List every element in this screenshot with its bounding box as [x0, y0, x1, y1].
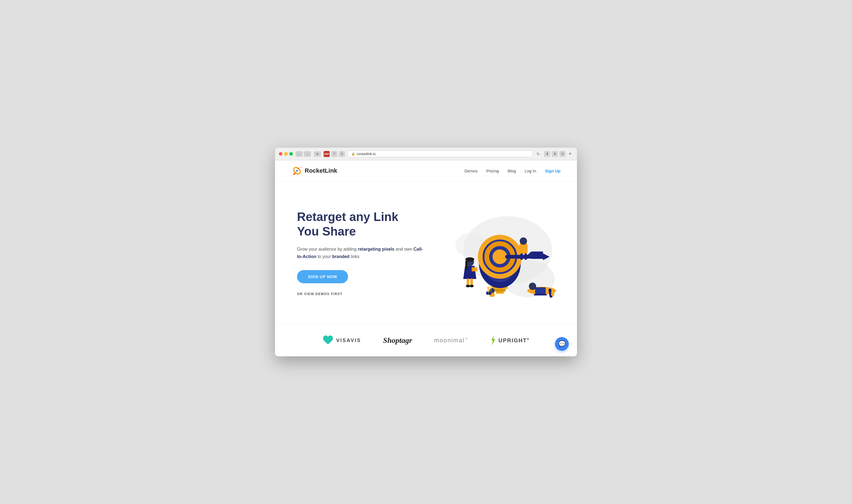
shield-icon[interactable]: 🛡 [331, 151, 337, 157]
browser-chrome: ‹ › ⊞ ABP 🛡 G 🔒 rocketlink.io ↻ ⬇ ⬆ ⊡ + [275, 148, 577, 160]
svg-rect-33 [472, 267, 475, 271]
nav-blog[interactable]: Blog [508, 168, 516, 173]
nav-signup[interactable]: Sign Up [545, 168, 561, 173]
svg-rect-23 [519, 246, 528, 254]
hero-title-line2: You Share [297, 224, 356, 238]
upright-bolt-icon [490, 336, 496, 345]
subtitle-bold1: retargeting pixels [358, 247, 394, 251]
svg-marker-4 [300, 166, 302, 168]
hero-subtitle: Grow your audience by adding retargeting… [297, 246, 423, 260]
hero-illustration [429, 198, 561, 308]
svg-rect-26 [525, 253, 527, 260]
moonimal-text: moonimal™ [434, 337, 468, 344]
subtitle-bold3: branded [332, 254, 349, 259]
new-tab-icon[interactable]: + [567, 151, 573, 157]
view-demos-link[interactable]: OR VIEW DEMOS FIRST [297, 292, 423, 296]
sidebar-icon[interactable]: ⊞ [314, 151, 321, 157]
site-nav: Demos Pricing Blog Log In Sign Up [465, 168, 561, 173]
back-button[interactable]: ‹ [296, 151, 303, 157]
svg-rect-35 [470, 278, 473, 286]
moonimal-logo: moonimal™ [434, 337, 468, 344]
hero-title-line1: Retarget any Link [297, 210, 398, 223]
subtitle-pre: Grow your audience by adding [297, 247, 358, 251]
svg-point-36 [466, 285, 470, 287]
download-icon[interactable]: ⬇ [544, 151, 550, 157]
browser-extensions: ABP 🛡 G [324, 151, 345, 157]
svg-point-44 [529, 283, 536, 290]
browser-right-icons: ⬇ ⬆ ⊡ + [544, 151, 573, 157]
visavis-text: VISAVIS [336, 338, 361, 343]
visavis-heart-icon [323, 336, 333, 345]
svg-rect-11 [494, 289, 506, 291]
svg-marker-50 [491, 336, 495, 345]
subtitle-end: links [349, 254, 359, 259]
svg-point-17 [492, 250, 507, 264]
logo-text: RocketLink [305, 167, 337, 174]
nav-login[interactable]: Log In [525, 168, 536, 173]
nav-demos[interactable]: Demos [465, 168, 477, 173]
hero-title: Retarget any Link You Share [297, 210, 423, 239]
browser-window: ‹ › ⊞ ABP 🛡 G 🔒 rocketlink.io ↻ ⬇ ⬆ ⊡ + [275, 148, 577, 356]
svg-rect-46 [536, 288, 545, 294]
upright-text: UPRIGHT® [498, 337, 529, 344]
chat-icon: 💬 [558, 340, 566, 347]
minimize-button[interactable] [284, 152, 288, 156]
lock-icon: 🔒 [351, 152, 355, 156]
svg-rect-25 [520, 253, 523, 260]
upright-logo: UPRIGHT® [490, 336, 529, 345]
svg-rect-31 [465, 261, 468, 270]
nav-pricing[interactable]: Pricing [486, 168, 499, 173]
visavis-logo: VISAVIS [323, 336, 361, 345]
nav-buttons: ‹ › [296, 151, 311, 157]
svg-rect-40 [486, 291, 492, 294]
hero-svg-illustration [429, 198, 561, 308]
share-icon[interactable]: ⬆ [552, 151, 558, 157]
rocket-icon [291, 165, 303, 176]
svg-rect-34 [467, 278, 469, 286]
shoptagr-logo: Shoptagr [383, 336, 412, 345]
url-text: rocketlink.io [357, 152, 376, 156]
extension-icon[interactable]: G [339, 151, 345, 157]
subtitle-mid: and own [395, 247, 413, 251]
hero-text: Retarget any Link You Share Grow your au… [297, 210, 423, 296]
svg-rect-20 [531, 251, 543, 259]
trusted-section: VISAVIS Shoptagr moonimal™ UPRIGHT® [275, 324, 577, 356]
maximize-button[interactable] [289, 152, 293, 156]
subtitle-mid2: to your [316, 254, 332, 259]
close-button[interactable] [279, 152, 283, 156]
signup-now-button[interactable]: SIGN UP NOW [297, 270, 348, 283]
logo-link[interactable]: RocketLink [291, 165, 337, 176]
svg-point-24 [520, 237, 527, 245]
reload-button[interactable]: ↻ [535, 151, 541, 157]
address-bar[interactable]: 🔒 rocketlink.io [348, 150, 532, 157]
traffic-lights [279, 152, 293, 156]
tabs-icon[interactable]: ⊡ [559, 151, 565, 157]
shoptagr-text: Shoptagr [383, 336, 412, 345]
site-header: RocketLink Demos Pricing Blog Log In Sig… [275, 160, 577, 181]
adblock-icon[interactable]: ABP [324, 151, 330, 157]
forward-button[interactable]: › [304, 151, 311, 157]
svg-point-2 [296, 170, 298, 172]
page-content: RocketLink Demos Pricing Blog Log In Sig… [275, 160, 577, 356]
hero-section: Retarget any Link You Share Grow your au… [275, 181, 577, 324]
svg-rect-47 [534, 294, 547, 295]
chat-button[interactable]: 💬 [555, 337, 569, 351]
svg-point-37 [470, 285, 474, 287]
svg-rect-12 [496, 291, 504, 294]
